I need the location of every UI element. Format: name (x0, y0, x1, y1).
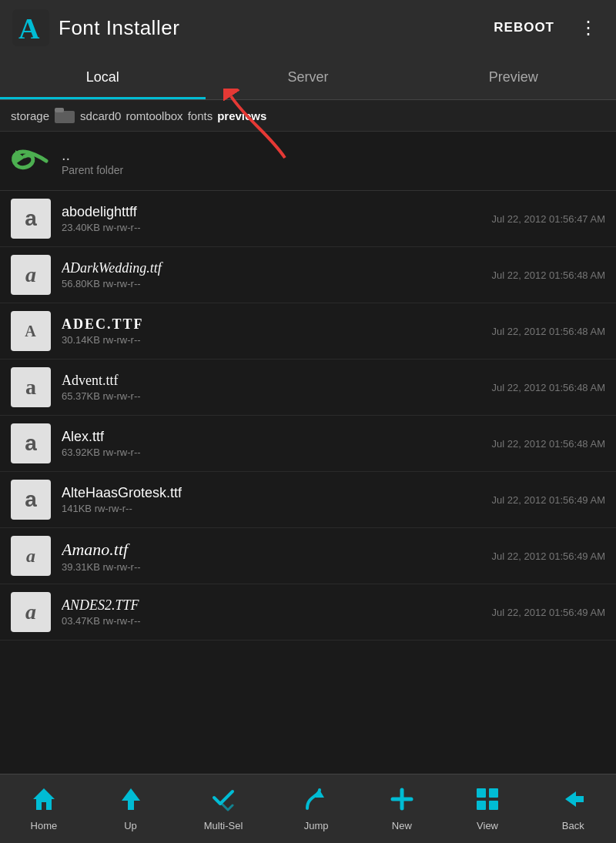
svg-text:A: A (18, 12, 40, 45)
topbar: A Font Installer REBOOT ⋮ (0, 0, 616, 55)
file-date: Jul 22, 2012 01:56:48 AM (492, 269, 605, 281)
app-logo: A (12, 9, 49, 46)
parent-folder-info: .. Parent folder (62, 146, 123, 176)
file-date: Jul 22, 2012 01:56:49 AM (492, 550, 605, 562)
breadcrumb-previews[interactable]: previews (217, 109, 266, 122)
new-icon (390, 787, 414, 817)
file-item[interactable]: a ANDES2.TTF 03.47KB rw-rw-r-- Jul 22, 2… (0, 584, 616, 641)
file-item[interactable]: a Advent.ttf 65.37KB rw-rw-r-- Jul 22, 2… (0, 360, 616, 416)
file-meta: 03.47KB rw-rw-r-- (62, 615, 481, 627)
nav-home-label: Home (31, 820, 58, 831)
file-date: Jul 22, 2012 01:56:48 AM (492, 438, 605, 450)
breadcrumb-sdcard[interactable]: sdcard0 (80, 109, 121, 122)
svg-rect-13 (477, 801, 486, 810)
nav-up[interactable]: Up (112, 787, 149, 831)
svg-rect-11 (477, 788, 486, 798)
file-thumb: a (11, 199, 51, 239)
nav-new-label: New (392, 820, 412, 831)
file-item[interactable]: a AlteHaasGrotesk.ttf 141KB rw-rw-r-- Ju… (0, 472, 616, 528)
tab-bar: Local Server Preview (0, 55, 616, 100)
file-name: AlteHaasGrotesk.ttf (62, 485, 481, 501)
file-meta: 30.14KB rw-rw-r-- (62, 334, 481, 346)
home-icon (32, 787, 56, 817)
nav-multisel[interactable]: Multi-Sel (198, 787, 249, 831)
file-meta: 39.31KB rw-rw-r-- (62, 561, 481, 573)
file-info: abodelighttff 23.40KB rw-rw-r-- (62, 204, 481, 233)
nav-up-label: Up (124, 820, 137, 831)
menu-button[interactable]: ⋮ (573, 12, 604, 43)
multisel-icon (211, 787, 236, 817)
file-thumb: a (11, 367, 51, 407)
svg-rect-14 (489, 801, 498, 810)
parent-label: Parent folder (62, 164, 123, 176)
reboot-button[interactable]: REBOOT (484, 15, 564, 40)
tab-server[interactable]: Server (206, 55, 411, 99)
file-list: a abodelighttff 23.40KB rw-rw-r-- Jul 22… (0, 191, 616, 771)
back-icon (561, 787, 585, 817)
nav-home[interactable]: Home (25, 787, 64, 831)
nav-back-label: Back (562, 820, 584, 831)
svg-rect-12 (489, 788, 498, 798)
back-folder-icon (11, 141, 51, 181)
file-item[interactable]: a Alex.ttf 63.92KB rw-rw-r-- Jul 22, 201… (0, 416, 616, 472)
file-info: Alex.ttf 63.92KB rw-rw-r-- (62, 429, 481, 458)
file-info: Advent.ttf 65.37KB rw-rw-r-- (62, 373, 481, 402)
file-date: Jul 22, 2012 01:56:47 AM (492, 213, 605, 225)
nav-view-label: View (477, 820, 498, 831)
tab-local[interactable]: Local (0, 55, 206, 99)
breadcrumb-romtoolbox[interactable]: romtoolbox (126, 109, 182, 122)
file-meta: 65.37KB rw-rw-r-- (62, 390, 481, 402)
file-thumb: a (11, 592, 51, 632)
file-thumb: a (11, 480, 51, 520)
breadcrumb-fonts[interactable]: fonts (188, 109, 213, 122)
breadcrumb: storage sdcard0 romtoolbox fonts preview… (0, 100, 616, 132)
file-item[interactable]: a abodelighttff 23.40KB rw-rw-r-- Jul 22… (0, 191, 616, 247)
file-name: ADEC.TTF (62, 316, 481, 333)
file-date: Jul 22, 2012 01:56:48 AM (492, 326, 605, 337)
file-thumb: a (11, 423, 51, 463)
svg-rect-3 (55, 108, 64, 112)
svg-marker-6 (33, 788, 55, 810)
file-meta: 141KB rw-rw-r-- (62, 503, 481, 514)
nav-back[interactable]: Back (554, 787, 591, 831)
svg-rect-2 (55, 111, 75, 123)
file-name: Advent.ttf (62, 373, 481, 389)
bottom-nav: Home Up Multi-Sel Jump (0, 774, 616, 843)
file-info: ADEC.TTF 30.14KB rw-rw-r-- (62, 316, 481, 346)
svg-marker-7 (122, 788, 140, 810)
file-name: abodelighttff (62, 204, 481, 220)
file-meta: 23.40KB rw-rw-r-- (62, 222, 481, 233)
file-meta: 63.92KB rw-rw-r-- (62, 447, 481, 458)
file-date: Jul 22, 2012 01:56:49 AM (492, 494, 605, 506)
file-thumb: a (11, 536, 51, 576)
file-info: ADarkWedding.ttf 56.80KB rw-rw-r-- (62, 260, 481, 289)
parent-folder-item[interactable]: .. Parent folder (0, 132, 616, 191)
file-thumb: a (11, 255, 51, 295)
svg-marker-15 (565, 791, 584, 807)
file-date: Jul 22, 2012 01:56:48 AM (492, 382, 605, 393)
view-icon (475, 787, 500, 817)
file-info: AlteHaasGrotesk.ttf 141KB rw-rw-r-- (62, 485, 481, 514)
nav-multisel-label: Multi-Sel (204, 820, 243, 831)
folder-icon (54, 108, 75, 123)
file-info: Amano.ttf 39.31KB rw-rw-r-- (62, 540, 481, 573)
nav-jump[interactable]: Jump (298, 787, 335, 831)
up-icon (119, 787, 143, 817)
jump-icon (304, 787, 329, 817)
file-date: Jul 22, 2012 01:56:49 AM (492, 607, 605, 618)
file-name: ANDES2.TTF (62, 597, 481, 614)
file-name: ADarkWedding.ttf (62, 260, 481, 276)
nav-view[interactable]: View (469, 787, 506, 831)
nav-new[interactable]: New (383, 787, 420, 831)
file-item[interactable]: a ADarkWedding.ttf 56.80KB rw-rw-r-- Jul… (0, 247, 616, 303)
app-title: Font Installer (59, 16, 475, 40)
file-item[interactable]: A ADEC.TTF 30.14KB rw-rw-r-- Jul 22, 201… (0, 303, 616, 360)
file-meta: 56.80KB rw-rw-r-- (62, 278, 481, 289)
breadcrumb-storage[interactable]: storage (11, 109, 49, 122)
file-name: Amano.ttf (62, 540, 481, 560)
file-item[interactable]: a Amano.ttf 39.31KB rw-rw-r-- Jul 22, 20… (0, 528, 616, 584)
tab-preview[interactable]: Preview (410, 55, 616, 99)
file-thumb: A (11, 311, 51, 351)
file-info: ANDES2.TTF 03.47KB rw-rw-r-- (62, 597, 481, 627)
parent-dotdot: .. (62, 146, 123, 164)
